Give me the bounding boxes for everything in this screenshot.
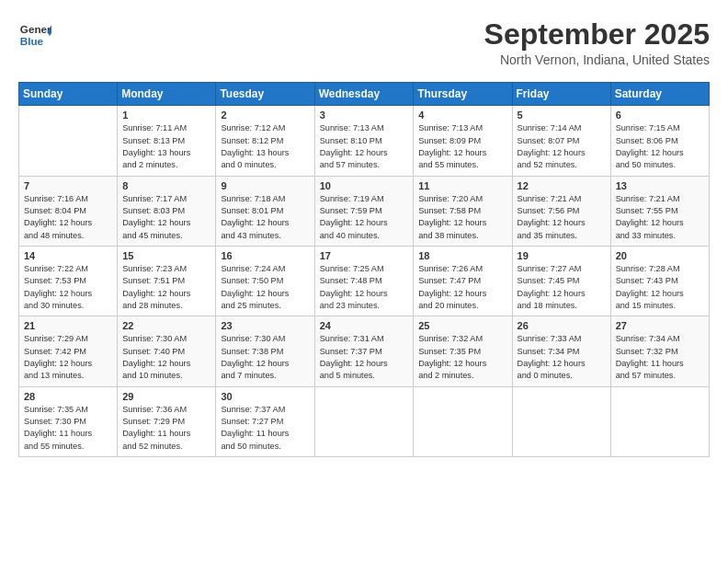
day-number: 8 xyxy=(122,180,210,191)
day-info: Sunrise: 7:33 AMSunset: 7:34 PMDaylight:… xyxy=(518,333,606,382)
day-number: 9 xyxy=(221,180,309,191)
calendar-cell: 5Sunrise: 7:14 AMSunset: 8:07 PMDaylight… xyxy=(512,106,610,176)
day-info: Sunrise: 7:24 AMSunset: 7:50 PMDaylight:… xyxy=(221,263,309,312)
day-info: Sunrise: 7:30 AMSunset: 7:40 PMDaylight:… xyxy=(122,333,210,382)
day-number: 21 xyxy=(24,320,112,331)
day-info: Sunrise: 7:22 AMSunset: 7:53 PMDaylight:… xyxy=(24,263,112,312)
day-info: Sunrise: 7:35 AMSunset: 7:30 PMDaylight:… xyxy=(24,404,112,453)
page-header: General Blue September 2025 North Vernon… xyxy=(18,18,710,67)
calendar-cell xyxy=(414,386,512,456)
calendar-cell xyxy=(314,386,414,456)
day-number: 15 xyxy=(122,250,210,261)
day-number: 11 xyxy=(418,180,506,191)
day-number: 30 xyxy=(221,391,309,402)
day-info: Sunrise: 7:29 AMSunset: 7:42 PMDaylight:… xyxy=(24,333,112,382)
calendar-cell: 2Sunrise: 7:12 AMSunset: 8:12 PMDaylight… xyxy=(216,106,314,176)
day-number: 19 xyxy=(518,250,606,261)
day-number: 18 xyxy=(418,250,506,261)
calendar-week-4: 21Sunrise: 7:29 AMSunset: 7:42 PMDayligh… xyxy=(19,316,710,386)
calendar-cell: 13Sunrise: 7:21 AMSunset: 7:55 PMDayligh… xyxy=(610,176,709,246)
calendar-table: SundayMondayTuesdayWednesdayThursdayFrid… xyxy=(18,82,710,457)
day-number: 27 xyxy=(616,320,704,331)
calendar-cell: 27Sunrise: 7:34 AMSunset: 7:32 PMDayligh… xyxy=(610,316,709,386)
calendar-header-tuesday: Tuesday xyxy=(216,83,314,106)
calendar-cell: 6Sunrise: 7:15 AMSunset: 8:06 PMDaylight… xyxy=(610,106,709,176)
day-info: Sunrise: 7:21 AMSunset: 7:55 PMDaylight:… xyxy=(616,193,704,242)
day-number: 20 xyxy=(616,250,704,261)
day-info: Sunrise: 7:20 AMSunset: 7:58 PMDaylight:… xyxy=(418,193,506,242)
day-info: Sunrise: 7:15 AMSunset: 8:06 PMDaylight:… xyxy=(616,122,704,171)
calendar-cell xyxy=(512,386,610,456)
calendar-header-saturday: Saturday xyxy=(610,83,709,106)
calendar-cell: 28Sunrise: 7:35 AMSunset: 7:30 PMDayligh… xyxy=(19,386,118,456)
calendar-cell: 10Sunrise: 7:19 AMSunset: 7:59 PMDayligh… xyxy=(314,176,414,246)
calendar-cell: 1Sunrise: 7:11 AMSunset: 8:13 PMDaylight… xyxy=(118,106,216,176)
calendar-cell: 20Sunrise: 7:28 AMSunset: 7:43 PMDayligh… xyxy=(610,246,709,316)
day-number: 13 xyxy=(616,180,704,191)
day-info: Sunrise: 7:13 AMSunset: 8:10 PMDaylight:… xyxy=(320,122,409,171)
calendar-cell: 22Sunrise: 7:30 AMSunset: 7:40 PMDayligh… xyxy=(118,316,216,386)
day-info: Sunrise: 7:26 AMSunset: 7:47 PMDaylight:… xyxy=(418,263,506,312)
calendar-cell: 15Sunrise: 7:23 AMSunset: 7:51 PMDayligh… xyxy=(118,246,216,316)
day-number: 1 xyxy=(122,109,210,121)
day-number: 29 xyxy=(122,391,210,402)
calendar-week-2: 7Sunrise: 7:16 AMSunset: 8:04 PMDaylight… xyxy=(19,176,710,246)
day-info: Sunrise: 7:21 AMSunset: 7:56 PMDaylight:… xyxy=(518,193,606,242)
day-info: Sunrise: 7:13 AMSunset: 8:09 PMDaylight:… xyxy=(418,122,506,171)
day-number: 3 xyxy=(320,109,409,121)
day-number: 24 xyxy=(320,320,409,331)
logo-icon: General Blue xyxy=(18,18,51,52)
day-number: 5 xyxy=(518,109,606,121)
day-info: Sunrise: 7:18 AMSunset: 8:01 PMDaylight:… xyxy=(221,193,309,242)
day-info: Sunrise: 7:19 AMSunset: 7:59 PMDaylight:… xyxy=(320,193,409,242)
calendar-cell: 12Sunrise: 7:21 AMSunset: 7:56 PMDayligh… xyxy=(512,176,610,246)
calendar-cell: 14Sunrise: 7:22 AMSunset: 7:53 PMDayligh… xyxy=(19,246,118,316)
day-info: Sunrise: 7:36 AMSunset: 7:29 PMDaylight:… xyxy=(122,404,210,453)
calendar-cell: 7Sunrise: 7:16 AMSunset: 8:04 PMDaylight… xyxy=(19,176,118,246)
day-number: 10 xyxy=(320,180,409,191)
calendar-cell xyxy=(610,386,709,456)
calendar-header-friday: Friday xyxy=(512,83,610,106)
calendar-cell: 24Sunrise: 7:31 AMSunset: 7:37 PMDayligh… xyxy=(314,316,414,386)
day-number: 4 xyxy=(418,109,506,121)
day-info: Sunrise: 7:16 AMSunset: 8:04 PMDaylight:… xyxy=(24,193,112,242)
calendar-cell: 16Sunrise: 7:24 AMSunset: 7:50 PMDayligh… xyxy=(216,246,314,316)
day-info: Sunrise: 7:31 AMSunset: 7:37 PMDaylight:… xyxy=(320,333,409,382)
calendar-cell: 18Sunrise: 7:26 AMSunset: 7:47 PMDayligh… xyxy=(414,246,512,316)
day-number: 26 xyxy=(518,320,606,331)
calendar-cell: 4Sunrise: 7:13 AMSunset: 8:09 PMDaylight… xyxy=(414,106,512,176)
calendar-header-wednesday: Wednesday xyxy=(314,83,414,106)
day-number: 14 xyxy=(24,250,112,261)
calendar-week-1: 1Sunrise: 7:11 AMSunset: 8:13 PMDaylight… xyxy=(19,106,710,176)
calendar-cell: 25Sunrise: 7:32 AMSunset: 7:35 PMDayligh… xyxy=(414,316,512,386)
calendar-cell: 30Sunrise: 7:37 AMSunset: 7:27 PMDayligh… xyxy=(216,386,314,456)
calendar-cell: 17Sunrise: 7:25 AMSunset: 7:48 PMDayligh… xyxy=(314,246,414,316)
calendar-header-sunday: Sunday xyxy=(19,83,118,106)
calendar-cell: 9Sunrise: 7:18 AMSunset: 8:01 PMDaylight… xyxy=(216,176,314,246)
day-number: 2 xyxy=(221,109,309,121)
day-number: 17 xyxy=(320,250,409,261)
day-number: 7 xyxy=(24,180,112,191)
day-info: Sunrise: 7:25 AMSunset: 7:48 PMDaylight:… xyxy=(320,263,409,312)
location-title: North Vernon, Indiana, United States xyxy=(484,52,710,67)
day-number: 25 xyxy=(418,320,506,331)
day-number: 16 xyxy=(221,250,309,261)
calendar-cell: 21Sunrise: 7:29 AMSunset: 7:42 PMDayligh… xyxy=(19,316,118,386)
logo: General Blue xyxy=(18,18,51,52)
calendar-cell xyxy=(19,106,118,176)
month-title: September 2025 xyxy=(484,18,710,51)
day-info: Sunrise: 7:32 AMSunset: 7:35 PMDaylight:… xyxy=(418,333,506,382)
calendar-week-3: 14Sunrise: 7:22 AMSunset: 7:53 PMDayligh… xyxy=(19,246,710,316)
svg-text:Blue: Blue xyxy=(20,35,44,47)
calendar-cell: 8Sunrise: 7:17 AMSunset: 8:03 PMDaylight… xyxy=(118,176,216,246)
calendar-cell: 19Sunrise: 7:27 AMSunset: 7:45 PMDayligh… xyxy=(512,246,610,316)
calendar-week-5: 28Sunrise: 7:35 AMSunset: 7:30 PMDayligh… xyxy=(19,386,710,456)
calendar-header-thursday: Thursday xyxy=(414,83,512,106)
day-info: Sunrise: 7:37 AMSunset: 7:27 PMDaylight:… xyxy=(221,404,309,453)
calendar-cell: 26Sunrise: 7:33 AMSunset: 7:34 PMDayligh… xyxy=(512,316,610,386)
calendar-cell: 11Sunrise: 7:20 AMSunset: 7:58 PMDayligh… xyxy=(414,176,512,246)
title-block: September 2025 North Vernon, Indiana, Un… xyxy=(484,18,710,67)
day-number: 28 xyxy=(24,391,112,402)
day-info: Sunrise: 7:17 AMSunset: 8:03 PMDaylight:… xyxy=(122,193,210,242)
day-info: Sunrise: 7:14 AMSunset: 8:07 PMDaylight:… xyxy=(518,122,606,171)
